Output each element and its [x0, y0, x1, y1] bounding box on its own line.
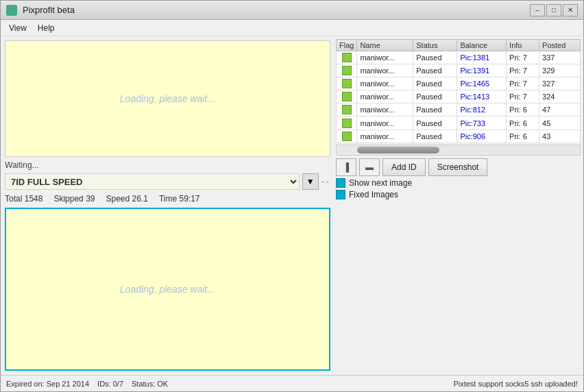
status-cell: Paused	[413, 117, 457, 130]
title-bar: Pixprofit beta – □ ✕	[1, 1, 583, 20]
posted-cell: 45	[539, 117, 581, 130]
col-posted: Posted	[539, 40, 581, 51]
name-cell: maniwor...	[357, 103, 413, 117]
support-text: Pixtest support socks5 ssh uploaded!	[453, 380, 578, 388]
speed-dropdown[interactable]: 7ID FULL SPEED	[5, 173, 300, 190]
balance-cell: Pic:733	[457, 117, 507, 130]
table-row[interactable]: maniwor... Paused Pic:1465 Pri: 7 327	[337, 77, 581, 90]
info-cell: Pri: 6	[507, 130, 539, 143]
button-row: ▐ ▬ Add ID Screenshot	[336, 158, 581, 176]
waiting-label: Waiting...	[5, 160, 330, 171]
skipped-stat: Skipped 39	[53, 194, 95, 204]
flag-cell	[337, 130, 357, 143]
name-cell: maniwor...	[357, 117, 413, 130]
table-row[interactable]: maniwor... Paused Pic:733 Pri: 6 45	[337, 117, 581, 130]
maximize-button[interactable]: □	[546, 4, 561, 16]
col-status: Status	[413, 40, 457, 51]
flag-icon	[342, 53, 352, 62]
accounts-table: Flag Name Status Balance Info Posted man…	[336, 39, 581, 143]
posted-cell: 329	[539, 64, 581, 77]
status-cell: Paused	[413, 130, 457, 143]
table-row[interactable]: maniwor... Paused Pic:1391 Pri: 7 329	[337, 64, 581, 77]
name-cell: maniwor...	[357, 64, 413, 77]
loading-text-bottom: Loading, please wait...	[120, 284, 215, 295]
flag-icon	[342, 66, 352, 75]
window-controls: – □ ✕	[530, 4, 578, 16]
show-next-image-label: Show next image	[349, 178, 412, 188]
fixed-images-checkbox[interactable]	[336, 190, 345, 199]
balance-cell: Pic:1381	[457, 51, 507, 64]
app-icon	[6, 5, 17, 16]
posted-cell: 337	[539, 51, 581, 64]
fixed-images-label: Fixed Images	[349, 190, 398, 199]
content-area: Loading, please wait... Waiting... 7ID F…	[1, 36, 583, 375]
flag-cell	[337, 117, 357, 130]
name-cell: maniwor...	[357, 77, 413, 90]
flag-cell	[337, 51, 357, 64]
info-cell: Pri: 7	[507, 51, 539, 64]
table-row[interactable]: maniwor... Paused Pic:1413 Pri: 7 324	[337, 90, 581, 103]
flag-icon	[342, 132, 352, 141]
flag-icon	[342, 119, 352, 128]
flag-cell	[337, 77, 357, 90]
flag-cell	[337, 64, 357, 77]
name-cell: maniwor...	[357, 51, 413, 64]
status-label: Status: OK	[132, 380, 168, 388]
status-cell: Paused	[413, 90, 457, 103]
name-cell: maniwor...	[357, 90, 413, 103]
close-button[interactable]: ✕	[563, 4, 578, 16]
add-id-button[interactable]: Add ID	[382, 158, 426, 176]
status-cell: Paused	[413, 77, 457, 90]
menu-view[interactable]: View	[3, 22, 32, 34]
minimize-button[interactable]: –	[530, 4, 545, 16]
menu-bar: View Help	[1, 20, 583, 36]
status-bar: Expired on: Sep 21 2014 IDs: 0/7 Status:…	[1, 375, 583, 391]
col-name: Name	[357, 40, 413, 51]
table-row[interactable]: maniwor... Paused Pic:906 Pri: 6 43	[337, 130, 581, 143]
status-cell: Paused	[413, 51, 457, 64]
icon-button-1[interactable]: ▐	[336, 158, 356, 176]
icon-button-2[interactable]: ▬	[359, 158, 380, 176]
stats-row: Total 1548 Skipped 39 Speed 26.1 Time 59…	[5, 193, 330, 205]
expired-label: Expired on: Sep 21 2014	[6, 380, 89, 388]
flag-cell	[337, 103, 357, 117]
time-stat: Time 59:17	[159, 194, 200, 204]
fixed-images-row: Fixed Images	[336, 190, 581, 199]
status-cell: Paused	[413, 103, 457, 117]
posted-cell: 43	[539, 130, 581, 143]
ids-label: IDs: 0/7	[97, 380, 123, 388]
status-cell: Paused	[413, 64, 457, 77]
flag-icon	[342, 79, 352, 88]
info-cell: Pri: 7	[507, 77, 539, 90]
dropdown-arrow-button[interactable]: ▼	[302, 173, 319, 190]
flag-icon	[342, 105, 352, 114]
flag-cell	[337, 90, 357, 103]
info-cell: Pri: 6	[507, 103, 539, 117]
top-image-preview: Loading, please wait...	[5, 40, 330, 157]
screenshot-button[interactable]: Screenshot	[428, 158, 488, 176]
bottom-image-preview: Loading, please wait...	[5, 208, 330, 371]
table-row[interactable]: maniwor... Paused Pic:1381 Pri: 7 337	[337, 51, 581, 64]
posted-cell: 327	[539, 77, 581, 90]
menu-help[interactable]: Help	[32, 22, 60, 34]
speed-stat: Speed 26.1	[106, 194, 147, 204]
show-next-image-row: Show next image	[336, 178, 581, 188]
col-flag: Flag	[337, 40, 357, 51]
window-title: Pixprofit beta	[23, 5, 530, 15]
scrollbar-thumb	[357, 147, 439, 154]
col-info: Info	[507, 40, 539, 51]
col-balance: Balance	[457, 40, 507, 51]
balance-cell: Pic:1413	[457, 90, 507, 103]
table-row[interactable]: maniwor... Paused Pic:812 Pri: 6 47	[337, 103, 581, 117]
balance-cell: Pic:906	[457, 130, 507, 143]
show-next-image-checkbox[interactable]	[336, 178, 345, 188]
flag-icon	[342, 92, 352, 101]
posted-cell: 47	[539, 103, 581, 117]
table-scrollbar[interactable]	[336, 145, 581, 156]
right-panel: Flag Name Status Balance Info Posted man…	[334, 36, 583, 375]
balance-cell: Pic:1391	[457, 64, 507, 77]
info-cell: Pri: 7	[507, 64, 539, 77]
main-window: Pixprofit beta – □ ✕ View Help Loading, …	[0, 0, 584, 392]
dropdown-row: 7ID FULL SPEED ▼ --	[5, 173, 330, 190]
total-stat: Total 1548	[5, 194, 42, 204]
